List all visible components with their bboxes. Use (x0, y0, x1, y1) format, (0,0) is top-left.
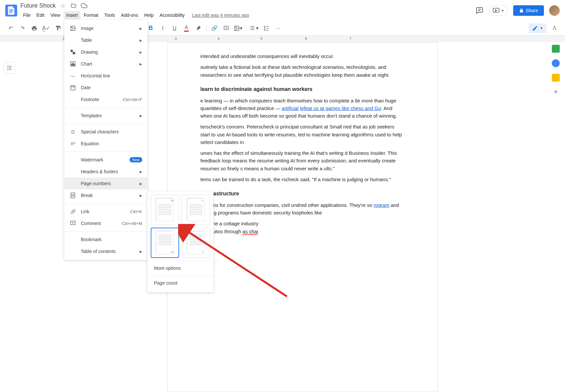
menu-image[interactable]: Image▶ (64, 22, 147, 34)
svg-rect-27 (74, 65, 75, 66)
menu-link[interactable]: 🔗LinkCtrl+K (64, 206, 147, 217)
svg-rect-14 (7, 66, 8, 67)
menu-bookmark[interactable]: Bookmark (64, 234, 147, 245)
special-chars-icon: Ω (70, 128, 76, 135)
ruler-mark: 6 (305, 37, 307, 41)
keep-side-icon[interactable] (552, 59, 560, 67)
menu-special-chars[interactable]: ΩSpecial characters (64, 126, 147, 138)
text-color-button[interactable]: A (181, 23, 192, 34)
menu-comment[interactable]: CommentCtrl+Alt+M (64, 217, 147, 229)
page-number-option-footer-right-skip[interactable]: 1 (182, 228, 210, 258)
insert-comment-button[interactable] (221, 23, 232, 34)
menu-table[interactable]: Table▶ (64, 34, 147, 46)
paint-format-button[interactable] (53, 23, 63, 34)
move-icon[interactable] (70, 2, 77, 9)
italic-button[interactable]: I (157, 23, 168, 34)
menu-horizontal-line[interactable]: —Horizontal line (64, 70, 147, 82)
insert-menu: Image▶ Table▶ Drawing▶ Chart▶ —Horizonta… (64, 20, 147, 260)
svg-rect-0 (9, 10, 13, 10)
print-button[interactable] (29, 23, 40, 34)
undo-button[interactable]: ↶ (5, 23, 16, 34)
star-icon[interactable]: ☆ (60, 2, 66, 9)
drawing-icon (70, 49, 76, 55)
menu-divider (64, 231, 147, 232)
page-count-option[interactable]: Page count (151, 277, 210, 289)
menu-break[interactable]: Break▶ (64, 189, 147, 201)
link-icon: 🔗 (70, 208, 76, 215)
menu-templates[interactable]: Templates▶ (64, 110, 147, 122)
svg-rect-32 (71, 193, 75, 195)
last-edit-link[interactable]: Last edit was 4 minutes ago (192, 13, 249, 18)
menu-view[interactable]: View (48, 11, 63, 19)
editing-mode-button[interactable]: ▼ (529, 23, 547, 33)
menu-headers-footers[interactable]: Headers & footers▶ (64, 166, 147, 178)
page-number-option-footer-right[interactable]: 12 (151, 228, 179, 258)
menu-file[interactable]: File (20, 11, 33, 19)
cloud-status-icon[interactable] (81, 2, 87, 9)
new-badge: New (130, 157, 142, 162)
menu-tools[interactable]: Tools (102, 11, 118, 19)
dropdown-caret-icon: ▼ (501, 9, 504, 13)
calendar-side-icon[interactable] (552, 45, 560, 53)
highlight-button[interactable] (193, 23, 204, 34)
table-icon (70, 37, 76, 43)
body-text: e learning — in which computers teach th… (201, 97, 404, 120)
body-heading: learn to discriminate against human work… (201, 85, 404, 94)
image-icon (70, 25, 76, 32)
menu-format[interactable]: Format (81, 11, 101, 19)
menu-chart[interactable]: Chart▶ (64, 58, 147, 70)
page-numbers-more-options[interactable]: More options (151, 262, 210, 274)
svg-rect-15 (8, 66, 11, 67)
toolbar-separator (206, 25, 206, 32)
svg-rect-19 (8, 70, 11, 70)
page-number-option-header-right-skip[interactable]: 1 (182, 195, 210, 225)
body-link[interactable]: artificial (282, 105, 298, 111)
collapse-toolbar-button[interactable]: ᐱ (549, 23, 560, 34)
menu-accessibility[interactable]: Accessibility (157, 11, 187, 19)
menu-footnote[interactable]: FootnoteCtrl+Alt+F (64, 94, 147, 105)
menu-help[interactable]: Help (141, 11, 156, 19)
present-button[interactable]: ▼ (489, 5, 508, 16)
comment-history-icon[interactable] (476, 7, 484, 14)
underline-button[interactable]: U (169, 23, 180, 34)
watermark-icon (70, 156, 76, 163)
menu-page-numbers[interactable]: Page numbers▶ (64, 178, 147, 189)
menu-edit[interactable]: Edit (34, 11, 47, 19)
docs-app-icon[interactable] (5, 5, 17, 16)
insert-link-button[interactable]: 🔗 (209, 23, 220, 34)
insert-image-button[interactable]: ▾ (233, 23, 243, 34)
submenu-arrow-icon: ▶ (140, 50, 142, 54)
tasks-side-icon[interactable] (552, 74, 560, 82)
svg-rect-17 (8, 68, 11, 68)
add-side-icon[interactable]: + (552, 88, 560, 96)
document-outline-button[interactable] (3, 62, 15, 74)
menu-toc[interactable]: Table of contents▶ (64, 245, 147, 257)
equation-icon: π² (70, 140, 76, 147)
toolbar-separator (246, 25, 246, 32)
menu-drawing[interactable]: Drawing▶ (64, 46, 147, 58)
submenu-arrow-icon: ▶ (140, 194, 142, 197)
ruler-mark: 7 (350, 37, 352, 41)
menu-insert[interactable]: Insert (64, 11, 80, 19)
page-number-option-header-right[interactable]: 12 (151, 195, 179, 225)
doc-title[interactable]: Future Shock (20, 2, 56, 9)
menu-date[interactable]: Date (64, 82, 147, 94)
body-link[interactable]: lefeat us at games like chess and Go (300, 105, 381, 111)
redo-button[interactable]: ↷ (17, 23, 28, 34)
line-spacing-button[interactable] (261, 23, 271, 34)
headers-footers-icon (70, 168, 76, 175)
page-numbers-submenu: 12 1 12 1 More options Page count (147, 191, 213, 292)
menu-addons[interactable]: Add-ons (118, 11, 141, 19)
spellcheck-button[interactable]: A̲✓ (41, 23, 51, 34)
share-button[interactable]: Share (513, 5, 544, 16)
svg-rect-16 (7, 68, 8, 68)
menu-watermark[interactable]: WatermarkNew (64, 154, 147, 166)
submenu-arrow-icon: ▶ (140, 27, 142, 30)
menu-equation[interactable]: π²Equation (64, 138, 147, 150)
more-toolbar-button[interactable]: ⋯ (273, 23, 283, 34)
body-link[interactable]: rogram (374, 202, 390, 208)
avatar[interactable] (549, 5, 560, 16)
align-button[interactable]: ☰ ▾ (249, 23, 260, 34)
svg-rect-18 (7, 70, 8, 70)
submenu-arrow-icon: ▶ (140, 114, 142, 118)
